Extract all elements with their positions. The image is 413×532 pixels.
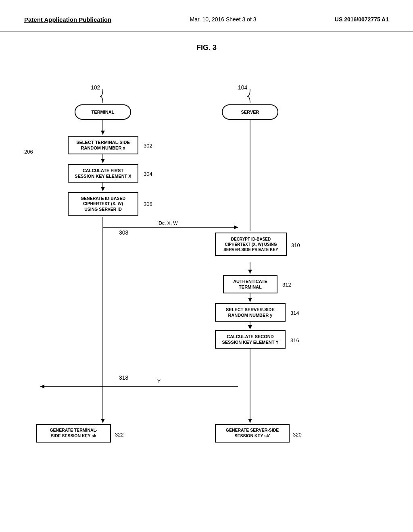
step-302-ref: 302: [144, 143, 152, 149]
svg-marker-21: [101, 419, 105, 423]
step-304-box: CALCULATE FIRST SESSION KEY ELEMENT X: [68, 164, 138, 183]
diagram-ref-206: 206: [24, 149, 33, 155]
header: Patent Application Publication Mar. 10, …: [0, 0, 413, 31]
svg-marker-3: [101, 159, 105, 163]
step-322-box: GENERATE TERMINAL- SIDE SESSION KEY sk: [36, 424, 111, 443]
svg-marker-1: [101, 131, 105, 135]
step-320-ref: 320: [293, 432, 302, 438]
step-304-ref: 304: [144, 171, 152, 177]
terminal-box: TERMINAL: [75, 104, 131, 120]
svg-marker-15: [248, 325, 252, 329]
svg-marker-9: [234, 225, 238, 229]
figure-title: FIG. 3: [0, 44, 413, 52]
date-sheet-label: Mar. 10, 2016 Sheet 3 of 3: [190, 16, 256, 23]
step-306-ref: 306: [144, 201, 152, 207]
step-312-box: AUTHENTICATE TERMINAL: [223, 275, 277, 293]
page: Patent Application Publication Mar. 10, …: [0, 0, 413, 532]
server-box: SERVER: [222, 104, 278, 120]
step-320-box: GENERATE SERVER-SIDE SESSION KEY sk': [215, 424, 290, 443]
diagram: 206 102 104 TERMINAL SERVER SELECT TERMI…: [0, 60, 413, 483]
step-314-ref: 314: [290, 310, 299, 316]
step-310-ref: 310: [291, 242, 300, 248]
step-308-ref: 308: [119, 229, 128, 236]
step-306-box: GENERATE ID-BASED CIPHERTEXT (X, W) USIN…: [68, 192, 138, 216]
patent-number-label: US 2016/0072775 A1: [335, 16, 389, 23]
step-310-box: DECRYPT ID-BASED CIPHERTEXT (X, W) USING…: [215, 233, 287, 256]
svg-marker-13: [248, 298, 252, 302]
step-318-ref: 318: [119, 374, 128, 381]
bracket-102: [97, 89, 109, 103]
svg-marker-19: [40, 384, 44, 389]
step-312-ref: 312: [282, 282, 291, 288]
svg-marker-5: [101, 187, 105, 191]
step-316-box: CALCULATE SECOND SESSION KEY ELEMENT Y: [215, 330, 286, 349]
svg-marker-17: [248, 419, 252, 423]
step-322-ref: 322: [115, 432, 124, 438]
publication-label: Patent Application Publication: [24, 16, 111, 23]
bracket-104: [244, 89, 256, 103]
arrow-y-label: Y: [157, 378, 161, 384]
arrow-idc-label: IDc, X, W: [157, 220, 178, 226]
step-314-box: SELECT SERVER-SIDE RANDOM NUMBER y: [215, 303, 286, 322]
diagram-svg: [0, 60, 413, 483]
step-302-box: SELECT TERMINAL-SIDE RANDOM NUMBER x: [68, 136, 138, 154]
svg-marker-11: [248, 270, 252, 274]
step-316-ref: 316: [290, 337, 299, 343]
